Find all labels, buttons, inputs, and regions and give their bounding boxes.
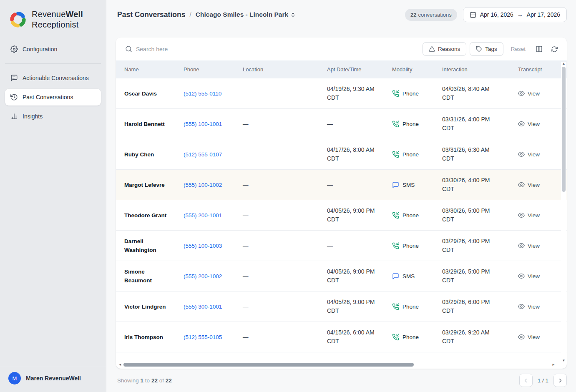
table-row[interactable]: Ruby Chen (512) 555-0107 — 04/17/26, 8:0… [116, 139, 567, 170]
sidebar-item-configuration[interactable]: Configuration [5, 41, 101, 58]
view-transcript-button[interactable]: View [518, 303, 551, 310]
modality-label: SMS [402, 273, 415, 279]
table-row[interactable]: Oscar Davis (512) 555-0110 — 04/19/26, 9… [116, 78, 567, 109]
phone-link[interactable]: (555) 200-1002 [184, 273, 222, 279]
sidebar-item-insights[interactable]: Insights [5, 108, 101, 125]
view-transcript-button[interactable]: View [518, 181, 551, 188]
pager: 1 / 1 [519, 374, 567, 387]
horizontal-scrollbar: ◄ ► [118, 362, 555, 367]
eye-icon [518, 121, 525, 127]
apt-datetime-cell: 04/19/26, 9:30 AM CDT [322, 78, 387, 109]
table-row[interactable]: Theodore Grant (555) 200-1001 — 04/05/26… [116, 200, 567, 231]
table-row[interactable]: Simone Beaumont (555) 200-1002 — 04/05/2… [116, 261, 567, 291]
scroll-right-arrow[interactable]: ► [552, 363, 555, 367]
transcript-cell: View [513, 231, 556, 261]
column-header-interaction: Interaction [437, 60, 513, 78]
view-transcript-button[interactable]: View [518, 90, 551, 97]
interaction-cell: 03/29/26, 9:20 AM CDT [437, 322, 513, 352]
table-row[interactable]: Iris Thompson (512) 555-0105 — 04/15/26,… [116, 322, 567, 352]
table-row[interactable]: Margot Lefevre (555) 100-1002 — — SMS [116, 170, 567, 200]
view-label: View [528, 182, 540, 188]
previous-page-button[interactable] [519, 374, 533, 387]
revenuewell-logo-icon [8, 10, 28, 29]
phone-link[interactable]: (555) 100-1001 [184, 121, 222, 127]
view-transcript-button[interactable]: View [518, 273, 551, 279]
showing-summary: Showing 1 to 22 of 22 [117, 377, 172, 384]
modality-cell: Phone [387, 139, 437, 170]
modality-cell: Phone [387, 231, 437, 261]
table-row[interactable]: Darnell Washington (555) 100-1003 — — Ph… [116, 231, 567, 261]
table-row[interactable]: Victor Lindgren (555) 300-1001 — 04/05/2… [116, 291, 567, 322]
scroll-down-arrow[interactable]: ▼ [562, 359, 566, 363]
scroll-left-arrow[interactable]: ◄ [118, 363, 122, 367]
date-range-start: Apr 16, 2026 [480, 11, 513, 18]
phone-incoming-icon [392, 242, 399, 249]
columns-button[interactable] [533, 43, 545, 55]
interaction-cell: 03/30/26, 4:00 PM CDT [437, 170, 513, 200]
name-cell: Theodore Grant [116, 200, 179, 231]
view-transcript-button[interactable]: View [518, 121, 551, 127]
view-transcript-button[interactable]: View [518, 151, 551, 158]
modality-cell: Phone [387, 200, 437, 231]
phone-link[interactable]: (555) 200-1001 [184, 212, 222, 219]
phone-link[interactable]: (555) 100-1003 [184, 243, 222, 249]
reasons-filter-button[interactable]: Reasons [423, 42, 466, 56]
phone-link[interactable]: (555) 100-1002 [184, 182, 222, 188]
view-label: View [528, 90, 540, 97]
search-bar [123, 45, 419, 53]
table-row[interactable]: Harold Bennett (555) 100-1001 — — Phone [116, 109, 567, 139]
search-input[interactable] [136, 46, 244, 53]
scroll-up-arrow[interactable]: ▲ [562, 62, 566, 66]
date-range-picker[interactable]: Apr 16, 2026 → Apr 17, 2026 [463, 7, 567, 22]
reset-filters-button[interactable]: Reset [507, 46, 530, 52]
sms-icon [392, 181, 399, 188]
phone-incoming-icon [392, 121, 399, 128]
transcript-cell: View [513, 291, 556, 322]
column-header-phone: Phone [179, 60, 238, 78]
phone-link[interactable]: (512) 555-0107 [184, 151, 222, 158]
apt-datetime-cell: 04/05/26, 9:00 PM CDT [322, 291, 387, 322]
sidebar-item-actionable-conversations[interactable]: Actionable Conversations [5, 70, 101, 86]
next-page-button[interactable] [553, 374, 567, 387]
sidebar: RevenueWell Receptionist Configuration A… [0, 0, 106, 392]
transcript-cell: View [513, 139, 556, 170]
breadcrumb-separator: / [189, 11, 191, 18]
horizontal-scrollbar-thumb[interactable] [123, 363, 414, 367]
interaction-cell: 03/29/26, 5:00 PM CDT [437, 261, 513, 291]
location-selector[interactable]: Chicago Smiles - Lincoln Park [196, 11, 296, 18]
view-transcript-button[interactable]: View [518, 334, 551, 340]
vertical-scrollbar-thumb[interactable] [562, 67, 566, 192]
tags-filter-button[interactable]: Tags [470, 42, 503, 56]
name-cell: Harold Bennett [116, 109, 179, 139]
phone-link[interactable]: (512) 555-0110 [184, 90, 221, 97]
search-icon [125, 45, 132, 53]
modality-label: Phone [402, 151, 419, 158]
table-area: NamePhoneLocationApt Date/TimeModalityIn… [116, 60, 567, 369]
view-transcript-button[interactable]: View [518, 212, 551, 219]
modality-label: Phone [402, 121, 419, 127]
history-icon [10, 93, 18, 101]
sidebar-item-past-conversations[interactable]: Past Conversations [5, 89, 101, 106]
apt-datetime-cell: 04/15/26, 6:00 AM CDT [322, 322, 387, 352]
page-title: Past Conversations [117, 10, 185, 19]
location-cell: — [238, 261, 322, 291]
refresh-button[interactable] [548, 43, 560, 55]
conversations-table: NamePhoneLocationApt Date/TimeModalityIn… [116, 60, 567, 352]
view-label: View [528, 212, 540, 219]
modality-cell: Phone [387, 78, 437, 109]
table-header-row: NamePhoneLocationApt Date/TimeModalityIn… [116, 60, 567, 78]
view-transcript-button[interactable]: View [518, 242, 551, 249]
conversations-card: Reasons Tags Reset [116, 38, 567, 369]
column-header-apt-date-time: Apt Date/Time [322, 60, 387, 78]
phone-link[interactable]: (512) 555-0105 [184, 334, 222, 340]
modality-label: Phone [402, 243, 419, 249]
phone-link[interactable]: (555) 300-1001 [184, 304, 222, 310]
modality-cell: Phone [387, 322, 437, 352]
columns-icon [536, 45, 543, 53]
sidebar-divider [5, 63, 101, 64]
user-menu[interactable]: M Maren RevenueWell [0, 366, 106, 392]
eye-icon [518, 90, 525, 97]
location-cell: — [238, 170, 322, 200]
name-cell: Victor Lindgren [116, 291, 179, 322]
view-label: View [528, 151, 540, 158]
